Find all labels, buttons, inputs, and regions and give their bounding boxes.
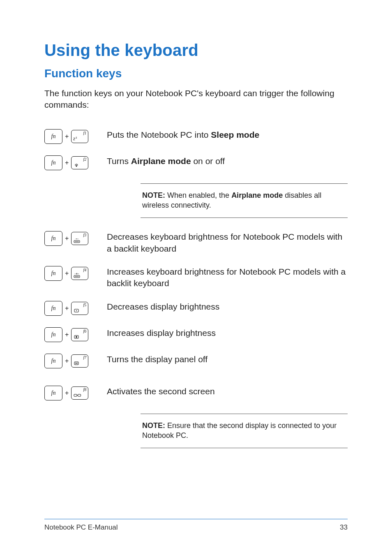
fn-key-icon: fn	[44, 386, 62, 400]
footer-divider	[44, 519, 348, 519]
wifi-icon	[73, 162, 80, 168]
function-key-list: fn + f1 zz Puts the Notebook PC into Sle…	[44, 129, 348, 450]
page-footer: Notebook PC E-Manual 33	[44, 519, 348, 532]
fn-key-icon: fn	[44, 266, 62, 281]
key-combo: fn + f5	[44, 301, 98, 316]
key-combo: fn + f6	[44, 327, 98, 342]
divider	[141, 217, 348, 218]
key-combo: fn + f1 zz	[44, 129, 98, 144]
description: Turns the display panel off	[107, 354, 348, 365]
fnkey-row-f5: fn + f5 Decreases display brightness	[44, 301, 348, 316]
divider	[141, 448, 348, 448]
desc-bold: Airplane mode	[131, 156, 191, 166]
f6-key-icon: f6	[71, 328, 88, 341]
section-heading: Function keys	[44, 67, 348, 80]
fn-key-icon: fn	[44, 129, 62, 144]
note-row: NOTE: When enabled, the Airplane mode di…	[44, 182, 348, 220]
svg-point-17	[76, 336, 77, 338]
key-combo: fn + f3	[44, 231, 98, 246]
fn-key-icon: fn	[44, 231, 62, 246]
note-box: NOTE: Ensure that the second display is …	[141, 414, 348, 449]
description: Puts the Notebook PC into Sleep mode	[107, 129, 348, 141]
fkey-label: f3	[83, 233, 87, 237]
fkey-label: f1	[83, 131, 87, 135]
plus-icon: +	[65, 270, 69, 277]
plus-icon: +	[65, 357, 69, 365]
desc-bold: Sleep mode	[211, 130, 259, 139]
f7-key-icon: f7	[71, 354, 88, 368]
page-number: 33	[340, 523, 348, 532]
fkey-label: f6	[83, 329, 87, 333]
f5-key-icon: f5	[71, 302, 88, 315]
fkey-label: f4	[83, 268, 87, 272]
fnkey-row-f8: fn + f8 Activates the second screen	[44, 386, 348, 400]
f2-key-icon: f2	[71, 156, 88, 169]
note-pre: When enabled, the	[165, 191, 231, 199]
plus-icon: +	[65, 305, 69, 312]
fnkey-row-f6: fn + f6 Increases display brightness	[44, 327, 348, 342]
dual-screen-icon	[73, 392, 81, 398]
keyboard-dim-icon	[73, 238, 81, 243]
svg-point-5	[76, 238, 77, 239]
description: Increases keyboard brightness for Notebo…	[107, 266, 348, 289]
fkey-label: f8	[83, 387, 87, 392]
fnkey-row-f7: fn + f7 Turns the display panel off	[44, 354, 348, 368]
description: Increases display brightness	[107, 327, 348, 339]
fn-key-icon: fn	[44, 301, 62, 316]
note-label: NOTE:	[142, 421, 165, 430]
svg-rect-21	[74, 394, 77, 396]
description: Decreases keyboard brightness for Notebo…	[107, 231, 348, 255]
fkey-label: f7	[83, 355, 87, 360]
fn-key-icon: fn	[44, 155, 62, 170]
plus-icon: +	[65, 133, 69, 140]
note-row: NOTE: Ensure that the second display is …	[44, 412, 348, 450]
description: Turns Airplane mode on or off	[107, 155, 348, 167]
page-title: Using the keyboard	[44, 41, 348, 60]
keyboard-bright-icon	[73, 273, 81, 278]
note-box: NOTE: When enabled, the Airplane mode di…	[141, 183, 348, 218]
f1-key-icon: f1 zz	[71, 130, 88, 143]
svg-text:z: z	[73, 137, 75, 141]
fn-key-icon: fn	[44, 327, 62, 342]
description: Decreases display brightness	[107, 301, 348, 312]
svg-point-10	[76, 273, 78, 275]
note-bold: Airplane mode	[231, 191, 283, 199]
plus-icon: +	[65, 331, 69, 338]
key-combo: fn + f2	[44, 155, 98, 170]
fnkey-row-f2: fn + f2 Turns Airplane mode on or off	[44, 155, 348, 170]
fnkey-row-f1: fn + f1 zz Puts the Notebook PC into Sle…	[44, 129, 348, 144]
svg-point-2	[76, 165, 77, 167]
plus-icon: +	[65, 235, 69, 242]
svg-rect-23	[78, 394, 81, 396]
desc-text: Turns	[107, 156, 131, 166]
desc-post: on or off	[191, 156, 225, 166]
screen-off-icon	[73, 360, 80, 366]
footer-title: Notebook PC E-Manual	[44, 523, 118, 532]
intro-text: The function keys on your Notebook PC's …	[44, 88, 348, 111]
f3-key-icon: f3	[71, 232, 88, 245]
svg-text:z: z	[76, 136, 77, 139]
svg-point-15	[76, 310, 77, 311]
f8-key-icon: f8	[71, 386, 88, 400]
key-combo: fn + f8	[44, 386, 98, 400]
note-pre: Ensure that the second display is connec…	[142, 421, 337, 440]
brightness-down-icon	[73, 308, 80, 313]
note-label: NOTE:	[142, 191, 165, 199]
fnkey-row-f3: fn + f3 Decreases keyboard brightness fo…	[44, 231, 348, 255]
plus-icon: +	[65, 159, 69, 167]
f4-key-icon: f4	[71, 267, 88, 280]
brightness-up-icon	[73, 334, 80, 340]
fkey-label: f2	[83, 157, 87, 162]
fkey-label: f5	[83, 303, 87, 307]
sleep-icon: zz	[73, 136, 81, 141]
fn-key-icon: fn	[44, 354, 62, 368]
key-combo: fn + f4	[44, 266, 98, 281]
key-combo: fn + f7	[44, 354, 98, 368]
fnkey-row-f4: fn + f4 Increases keyboard brightness fo…	[44, 266, 348, 289]
description: Activates the second screen	[107, 386, 348, 397]
plus-icon: +	[65, 389, 69, 397]
desc-text: Puts the Notebook PC into	[107, 130, 211, 139]
